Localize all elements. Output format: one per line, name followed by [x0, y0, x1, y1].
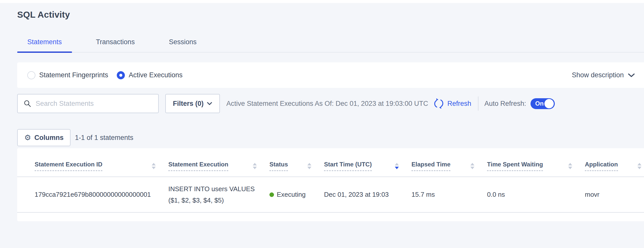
radio-unchecked-icon	[27, 71, 35, 79]
col-header-time-spent-waiting[interactable]: Time Spent Waiting	[487, 148, 585, 177]
divider	[478, 96, 478, 111]
statement-text-line1: INSERT INTO users VALUES	[168, 183, 257, 195]
filters-button[interactable]: Filters (0)	[165, 94, 220, 113]
sort-icon[interactable]	[637, 163, 641, 169]
radio-active-executions[interactable]: Active Executions	[117, 71, 182, 79]
cell-application: movr	[585, 177, 644, 212]
search-statements-input[interactable]	[36, 100, 153, 108]
col-header-statement-execution-id[interactable]: Statement Execution ID	[17, 148, 168, 177]
toggle-knob	[544, 99, 554, 108]
show-description-toggle[interactable]: Show description	[572, 71, 635, 79]
chevron-down-icon	[628, 73, 635, 77]
chevron-down-icon	[207, 102, 212, 105]
table-row[interactable]: 179cca7921e679b80000000000000001 INSERT …	[17, 177, 644, 212]
cell-statement-execution[interactable]: INSERT INTO users VALUES ($1, $2, $3, $4…	[168, 177, 269, 212]
gear-icon: ⚙	[24, 134, 31, 141]
sort-icon[interactable]	[470, 163, 474, 169]
cell-time-spent-waiting: 0.0 ns	[487, 177, 585, 212]
radio-checked-icon	[117, 71, 125, 79]
refresh-label: Refresh	[447, 100, 471, 108]
as-of-timestamp: Active Statement Executions As Of: Dec 0…	[226, 100, 428, 108]
statements-table-panel: Statement Execution ID Statement Executi…	[17, 148, 644, 221]
view-mode-panel: Statement Fingerprints Active Executions…	[17, 62, 644, 88]
auto-refresh-label: Auto Refresh:	[485, 100, 526, 108]
sort-icon[interactable]	[253, 163, 257, 169]
col-header-start-time[interactable]: Start Time (UTC)	[324, 148, 411, 177]
table-toolbar: ⚙ Columns 1-1 of 1 statements	[17, 129, 644, 146]
result-count: 1-1 of 1 statements	[75, 134, 133, 142]
col-header-status[interactable]: Status	[269, 148, 324, 177]
search-icon	[24, 100, 31, 108]
columns-button[interactable]: ⚙ Columns	[17, 129, 71, 146]
radio-statement-fingerprints[interactable]: Statement Fingerprints	[27, 71, 108, 79]
sort-icon[interactable]	[307, 163, 311, 169]
cell-elapsed-time: 15.7 ms	[411, 177, 487, 212]
radio-label: Statement Fingerprints	[39, 71, 108, 79]
cell-statement-execution-id: 179cca7921e679b80000000000000001	[17, 177, 168, 212]
filters-button-label: Filters (0)	[173, 100, 204, 108]
auto-refresh-toggle[interactable]: On	[531, 98, 555, 109]
tab-transactions[interactable]: Transactions	[86, 38, 145, 52]
toggle-state-label: On	[535, 100, 544, 107]
cell-start-time: Dec 01, 2023 at 19:03	[324, 177, 411, 212]
radio-label: Active Executions	[129, 71, 182, 79]
tab-bar: Statements Transactions Sessions	[17, 38, 644, 53]
sort-icon-active-desc[interactable]	[395, 163, 399, 169]
refresh-button[interactable]: Refresh	[433, 98, 471, 109]
tab-sessions[interactable]: Sessions	[159, 38, 207, 52]
table-header-row: Statement Execution ID Statement Executi…	[17, 148, 644, 177]
status-label: Executing	[277, 191, 306, 199]
col-header-application[interactable]: Application	[585, 148, 644, 177]
search-box	[17, 94, 159, 113]
columns-button-label: Columns	[34, 134, 64, 142]
statements-table: Statement Execution ID Statement Executi…	[17, 148, 644, 213]
show-description-label: Show description	[572, 71, 624, 79]
filter-row: Filters (0) Active Statement Executions …	[17, 94, 644, 113]
statement-text-line2: ($1, $2, $3, $4, $5)	[168, 195, 257, 206]
cell-status: Executing	[269, 177, 324, 212]
sort-icon[interactable]	[568, 163, 572, 169]
page-title: SQL Activity	[17, 10, 644, 19]
status-executing-dot-icon	[269, 192, 274, 197]
tab-statements[interactable]: Statements	[17, 38, 72, 52]
sort-icon[interactable]	[152, 163, 156, 169]
top-band	[0, 0, 644, 3]
col-header-statement-execution[interactable]: Statement Execution	[168, 148, 269, 177]
refresh-icon	[433, 98, 444, 109]
col-header-elapsed-time[interactable]: Elapsed Time	[411, 148, 487, 177]
